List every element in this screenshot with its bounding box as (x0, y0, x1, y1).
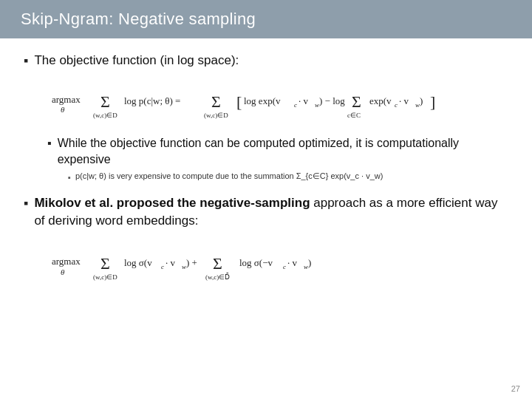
svg-text:Σ: Σ (211, 92, 221, 111)
svg-text:log σ(−v: log σ(−v (239, 257, 273, 268)
bullet-objective: ▪ The objective function (in log space): (24, 52, 508, 70)
svg-text:]: ] (430, 92, 435, 111)
slide-number: 27 (511, 384, 520, 393)
bullet1-icon-a: ▪ (24, 53, 28, 69)
svg-text:exp(v: exp(v (369, 95, 392, 106)
svg-text:log p(c|w; θ)  =: log p(c|w; θ) = (124, 95, 180, 106)
slide-content: ▪ The objective function (in log space):… (0, 38, 532, 399)
svg-text:): ) (308, 257, 311, 268)
bullet1-text-b: Mikolov et al. proposed the negative-sam… (34, 194, 508, 231)
formula-svg-1: argmax θ Σ (w,c)∈D log p(c|w; θ) = Σ (w,… (50, 85, 479, 120)
svg-text:θ: θ (61, 267, 65, 276)
bullet-mikolov: ▪ Mikolov et al. proposed the negative-s… (24, 194, 508, 231)
svg-text:(w,c)∈D: (w,c)∈D (204, 112, 228, 119)
svg-text:) − log: ) − log (319, 95, 345, 106)
svg-text:· v: · v (166, 257, 176, 268)
formula-svg-2: argmax θ Σ (w,c)∈D log σ(v c · v w ) + Σ… (50, 245, 479, 284)
svg-text:log exp(v: log exp(v (244, 95, 281, 106)
svg-text:argmax: argmax (52, 256, 81, 267)
svg-text:Σ: Σ (352, 92, 361, 111)
svg-text:Σ: Σ (213, 254, 222, 273)
svg-text:): ) (420, 95, 423, 106)
slide: Skip-Ngram: Negative sampling ▪ The obje… (0, 0, 532, 399)
formula-block-1: argmax θ Σ (w,c)∈D log p(c|w; θ) = Σ (w,… (50, 85, 508, 123)
title-bar: Skip-Ngram: Negative sampling (0, 0, 532, 38)
svg-text:(w,c)∈D: (w,c)∈D (93, 112, 117, 119)
bullet1-text-a: The objective function (in log space): (34, 52, 239, 70)
bullet3-text-a: p(c|w; θ) is very expensive to compute d… (75, 171, 383, 182)
svg-text:log σ(v: log σ(v (124, 257, 152, 268)
svg-text:· v: · v (287, 257, 298, 268)
svg-text:[: [ (236, 92, 242, 111)
bullet3-expensive: ▪ p(c|w; θ) is very expensive to compute… (68, 171, 508, 182)
bullet3-icon-a: ▪ (68, 173, 71, 182)
svg-text:· v: · v (299, 95, 309, 106)
sub-sub-bullets-a: ▪ p(c|w; θ) is very expensive to compute… (68, 171, 508, 182)
bullet2-icon-a: ▪ (47, 137, 52, 150)
svg-text:Σ: Σ (100, 92, 110, 111)
bullet2-computationally: ▪ While the objective function can be co… (47, 135, 508, 168)
bullet1-icon-b: ▪ (24, 196, 28, 211)
svg-text:c∈C: c∈C (347, 112, 361, 119)
svg-text:c: c (161, 263, 164, 270)
svg-text:· v: · v (399, 95, 409, 106)
svg-text:c: c (395, 101, 398, 109)
bullet2-text-a: While the objective function can be comp… (58, 135, 508, 168)
sub-bullets-a: ▪ While the objective function can be co… (47, 135, 508, 183)
slide-title: Skip-Ngram: Negative sampling (21, 10, 256, 29)
negative-sampling-text: negative-sampling (200, 196, 310, 210)
svg-text:(w,c)∈D̃: (w,c)∈D̃ (205, 273, 230, 281)
svg-text:c: c (294, 101, 297, 109)
svg-text:c: c (283, 263, 286, 270)
svg-text:argmax: argmax (52, 94, 81, 105)
svg-text:θ: θ (61, 105, 65, 114)
formula-block-2: argmax θ Σ (w,c)∈D log σ(v c · v w ) + Σ… (50, 245, 508, 287)
svg-text:) +: ) + (186, 257, 197, 268)
svg-text:(w,c)∈D: (w,c)∈D (93, 273, 117, 281)
mikolov-name: Mikolov et al. proposed the (34, 196, 200, 210)
svg-text:Σ: Σ (100, 254, 110, 273)
